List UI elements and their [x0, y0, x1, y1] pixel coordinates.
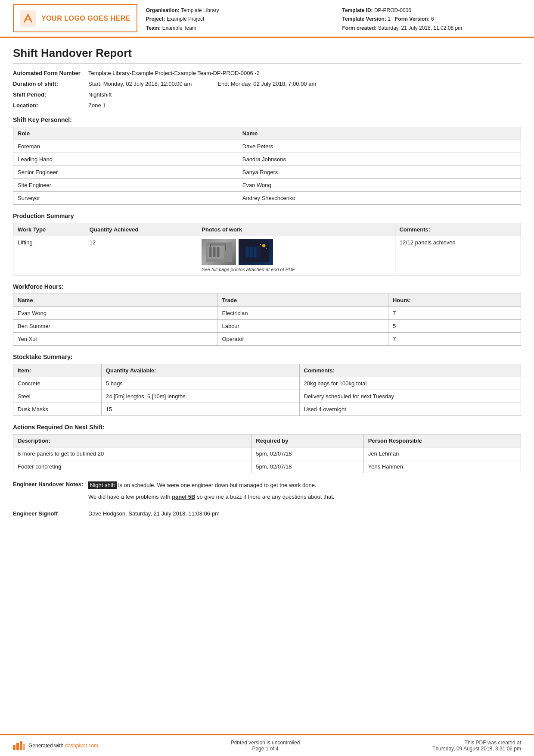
table-row: 8 more panels to get to outlined 205pm, … [13, 447, 521, 460]
action-person: Jen Lehman [363, 447, 521, 460]
footer-generated-text: Generated with dashpivot.com [28, 743, 98, 749]
workforce-hours: 7 [388, 333, 521, 346]
personnel-name: Sanya Rogers [238, 166, 521, 179]
form-number-row: Automated Form Number Template Library-E… [13, 70, 521, 76]
svg-rect-20 [23, 744, 25, 750]
highlight-night-shift: Night shift [88, 481, 117, 489]
svg-rect-12 [250, 247, 253, 257]
engineer-signoff-row: Engineer Signoff Dave Hodgson, Saturday,… [13, 510, 521, 517]
table-row: Dusk Masks15Used 4 overnight [13, 403, 521, 416]
stocktake-quantity: 5 bags [101, 377, 299, 390]
org-line: Organisation: Template Library [146, 6, 325, 15]
footer-center: Printed version is uncontrolled Page 1 o… [231, 740, 300, 752]
template-version-line: Template Version: 1 Form Version: 6 [342, 15, 521, 23]
stocktake-comments: Used 4 overnight [299, 403, 521, 416]
template-id-line: Template ID: DP-PROD-0006 [342, 6, 521, 15]
engineer-note2: We did have a few problems with panel 5B… [88, 493, 521, 502]
header-meta-right: Template ID: DP-PROD-0006 Template Versi… [342, 6, 521, 32]
svg-rect-17 [13, 745, 16, 750]
duration-start: Start: Monday, 02 July 2018, 12:00:00 am [88, 81, 192, 87]
action-required-by: 5pm, 02/07/18 [251, 447, 363, 460]
actions-section-title: Actions Required On Next Shift: [13, 424, 521, 431]
footer: Generated with dashpivot.com Printed ver… [0, 734, 534, 756]
table-row: Leading HandSandra Johnsons [13, 153, 521, 166]
logo-text: YOUR LOGO GOES HERE [41, 15, 130, 22]
action-description: Footer concreting [13, 460, 251, 473]
duration-values: Start: Monday, 02 July 2018, 12:00:00 am… [88, 81, 521, 87]
engineer-signoff-value: Dave Hodgson, Saturday, 21 July 2018, 11… [88, 510, 521, 517]
footer-logo-icon [13, 741, 25, 750]
stocktake-quantity: 24 [5m] lengths, 6 [10m] lengths [101, 390, 299, 403]
action-person: Yens Hanmen [363, 460, 521, 473]
panel-link: panel 5B [172, 494, 195, 500]
production-work-type: Lifting [13, 236, 85, 275]
production-col-photos: Photos of work [197, 223, 395, 236]
stocktake-section-title: Stocktake Summary: [13, 353, 521, 360]
location-value: Zone 1 [88, 102, 521, 109]
production-col-work-type: Work Type [13, 223, 85, 236]
table-row: Senior EngineerSanya Rogers [13, 166, 521, 179]
project-line: Project: Example Project [146, 15, 325, 23]
table-row: Concrete5 bags20kg bags for 100kg total [13, 377, 521, 390]
personnel-role: Senior Engineer [13, 166, 238, 179]
action-required-by: 5pm, 02/07/18 [251, 460, 363, 473]
personnel-role: Leading Hand [13, 153, 238, 166]
workforce-col-trade: Trade [217, 294, 388, 307]
footer-pdf-created-value: Thursday, 09 August 2018, 3:31:06 pm [432, 746, 521, 752]
footer-left: Generated with dashpivot.com [13, 741, 98, 750]
workforce-name: Ben Summer [13, 320, 217, 333]
footer-page: Page 1 of 4 [231, 746, 300, 752]
personnel-section-title: Shift Key Personnel: [13, 116, 521, 123]
svg-rect-0 [20, 11, 36, 26]
table-row: SurveyorAndrey Shevchcenko [13, 192, 521, 205]
report-title: Shift Handover Report [13, 47, 521, 64]
action-description: 8 more panels to get to outlined 20 [13, 447, 251, 460]
personnel-role: Site Engineer [13, 179, 238, 192]
table-row: Footer concreting5pm, 02/07/18Yens Hanme… [13, 460, 521, 473]
stocktake-item: Steel [13, 390, 102, 403]
personnel-role: Surveyor [13, 192, 238, 205]
shift-period-row: Shift Period: Nightshift [13, 91, 521, 98]
main-content: Shift Handover Report Automated Form Num… [0, 38, 534, 734]
logo-icon [20, 10, 36, 27]
shift-period-label: Shift Period: [13, 91, 88, 98]
actions-table: Description: Required by Person Responsi… [13, 434, 521, 473]
svg-rect-19 [20, 741, 22, 750]
duration-end: End: Monday, 02 July 2018, 7:00:00 am [217, 81, 316, 87]
production-comments: 12/12 panels achieved [395, 236, 521, 275]
stocktake-item: Dusk Masks [13, 403, 102, 416]
engineer-notes: Night shift is on schedule. We were one … [88, 481, 521, 504]
stocktake-comments: Delivery scheduled for next Tuesday [299, 390, 521, 403]
table-row: Ben SummerLabour5 [13, 320, 521, 333]
workforce-table: Name Trade Hours: Evan WongElectrician7B… [13, 294, 521, 346]
table-row: Lifting 12 [13, 236, 521, 275]
svg-rect-18 [16, 743, 19, 750]
workforce-section-title: Workforce Hours: [13, 283, 521, 290]
production-photos: See full page photos attached at end of … [197, 236, 395, 275]
table-row: ForemanDave Peters [13, 140, 521, 153]
footer-right: This PDF was created at Thursday, 09 Aug… [432, 740, 521, 752]
actions-col-person: Person Responsible [363, 434, 521, 447]
svg-point-15 [260, 244, 261, 245]
workforce-col-name: Name [13, 294, 217, 307]
workforce-col-hours: Hours: [388, 294, 521, 307]
footer-dashpivot-link[interactable]: dashpivot.com [65, 743, 98, 749]
production-col-quantity: Quantity Achieved [85, 223, 197, 236]
workforce-trade: Labour [217, 320, 388, 333]
svg-point-16 [266, 248, 267, 249]
stocktake-col-quantity: Quantity Available: [101, 364, 299, 377]
engineer-signoff-label: Engineer Signoff [13, 510, 88, 517]
logo-area: YOUR LOGO GOES HERE [13, 4, 137, 32]
personnel-col-role: Role [13, 127, 238, 140]
photo-caption: See full page photos attached at end of … [202, 267, 390, 272]
production-section-title: Production Summary [13, 212, 521, 219]
workforce-hours: 5 [388, 320, 521, 333]
header-meta: Organisation: Template Library Project: … [146, 4, 521, 32]
shift-period-value: Nightshift [88, 91, 521, 98]
workforce-name: Yen Xui [13, 333, 217, 346]
table-row: Evan WongElectrician7 [13, 307, 521, 320]
stocktake-comments: 20kg bags for 100kg total [299, 377, 521, 390]
engineer-handover-section: Engineer Handover Notes: Night shift is … [13, 481, 521, 504]
svg-rect-13 [254, 247, 257, 257]
workforce-trade: Electrician [217, 307, 388, 320]
